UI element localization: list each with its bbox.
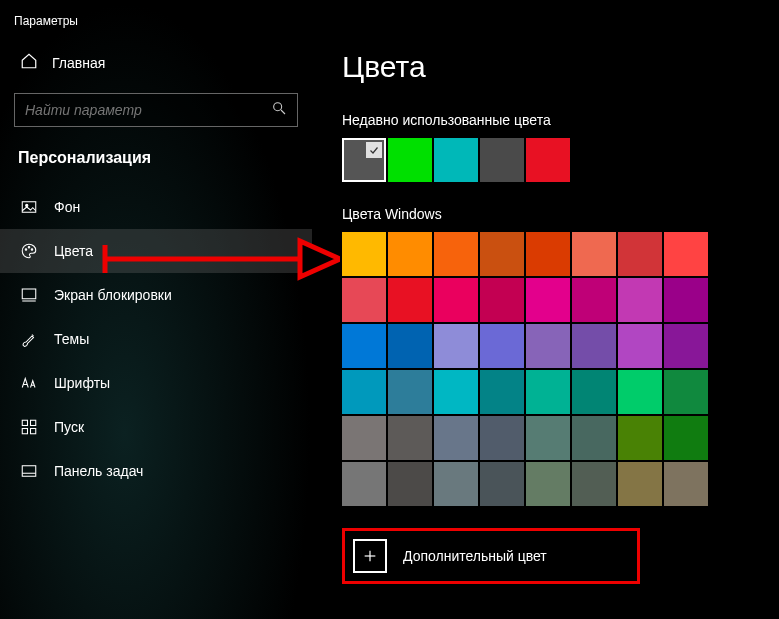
grid-icon xyxy=(20,418,38,436)
plus-icon xyxy=(353,539,387,573)
color-swatch[interactable] xyxy=(342,416,386,460)
color-swatch[interactable] xyxy=(480,416,524,460)
color-swatch[interactable] xyxy=(480,370,524,414)
color-swatch[interactable] xyxy=(664,462,708,506)
color-swatch[interactable] xyxy=(526,416,570,460)
color-swatch[interactable] xyxy=(572,278,616,322)
color-swatch[interactable] xyxy=(388,462,432,506)
color-swatch[interactable] xyxy=(572,416,616,460)
sidebar-item-fonts[interactable]: Шрифты xyxy=(0,361,312,405)
sidebar-item-label: Пуск xyxy=(54,419,84,435)
svg-point-5 xyxy=(28,247,30,249)
custom-color-label: Дополнительный цвет xyxy=(403,548,547,564)
fonts-icon xyxy=(20,374,38,392)
color-swatch[interactable] xyxy=(434,370,478,414)
color-swatch[interactable] xyxy=(342,324,386,368)
color-swatch[interactable] xyxy=(664,324,708,368)
recent-color-swatch[interactable] xyxy=(342,138,386,182)
color-swatch[interactable] xyxy=(526,324,570,368)
color-swatch[interactable] xyxy=(664,370,708,414)
color-swatch[interactable] xyxy=(618,416,662,460)
color-swatch[interactable] xyxy=(434,278,478,322)
recent-color-swatch[interactable] xyxy=(480,138,524,182)
search-input[interactable] xyxy=(25,102,271,118)
sidebar-item-taskbar[interactable]: Панель задач xyxy=(0,449,312,493)
color-swatch[interactable] xyxy=(526,370,570,414)
lockscreen-icon xyxy=(20,286,38,304)
svg-rect-12 xyxy=(31,429,36,434)
color-swatch[interactable] xyxy=(572,324,616,368)
taskbar-icon xyxy=(20,462,38,480)
section-title: Персонализация xyxy=(0,145,312,185)
color-swatch[interactable] xyxy=(572,462,616,506)
nav-home-label: Главная xyxy=(52,55,105,71)
sidebar-item-label: Темы xyxy=(54,331,89,347)
color-swatch[interactable] xyxy=(572,232,616,276)
svg-rect-11 xyxy=(22,429,27,434)
color-swatch[interactable] xyxy=(388,232,432,276)
recent-color-swatch[interactable] xyxy=(434,138,478,182)
color-swatch[interactable] xyxy=(388,370,432,414)
home-icon xyxy=(20,52,38,73)
color-swatch[interactable] xyxy=(526,462,570,506)
sidebar-item-background[interactable]: Фон xyxy=(0,185,312,229)
svg-rect-9 xyxy=(22,420,27,425)
color-swatch[interactable] xyxy=(618,324,662,368)
sidebar-item-lockscreen[interactable]: Экран блокировки xyxy=(0,273,312,317)
main-content: Цвета Недавно использованные цвета Цвета… xyxy=(312,0,779,619)
color-swatch[interactable] xyxy=(618,462,662,506)
sidebar-item-colors[interactable]: Цвета xyxy=(0,229,312,273)
color-swatch[interactable] xyxy=(434,324,478,368)
windows-colors-title: Цвета Windows xyxy=(342,206,779,222)
recent-color-swatch[interactable] xyxy=(388,138,432,182)
color-swatch[interactable] xyxy=(388,278,432,322)
page-title: Цвета xyxy=(342,50,779,84)
color-swatch[interactable] xyxy=(434,232,478,276)
check-icon xyxy=(366,142,382,158)
svg-rect-10 xyxy=(31,420,36,425)
color-swatch[interactable] xyxy=(664,416,708,460)
recent-color-swatch[interactable] xyxy=(526,138,570,182)
search-box[interactable] xyxy=(14,93,298,127)
palette-icon xyxy=(20,242,38,260)
nav-list: ФонЦветаЭкран блокировкиТемыШрифтыПускПа… xyxy=(0,185,312,493)
svg-line-1 xyxy=(281,110,285,114)
color-swatch[interactable] xyxy=(342,370,386,414)
color-swatch[interactable] xyxy=(526,278,570,322)
color-swatch[interactable] xyxy=(480,278,524,322)
sidebar: Параметры Главная Персонализация ФонЦвет… xyxy=(0,0,312,619)
svg-point-6 xyxy=(31,249,33,251)
color-swatch[interactable] xyxy=(618,370,662,414)
color-swatch[interactable] xyxy=(526,232,570,276)
sidebar-item-label: Шрифты xyxy=(54,375,110,391)
recent-colors-row xyxy=(342,138,779,182)
color-swatch[interactable] xyxy=(664,232,708,276)
color-swatch[interactable] xyxy=(434,416,478,460)
color-swatch[interactable] xyxy=(342,232,386,276)
color-swatch[interactable] xyxy=(480,462,524,506)
search-icon xyxy=(271,100,287,120)
color-swatch[interactable] xyxy=(480,324,524,368)
recent-colors-title: Недавно использованные цвета xyxy=(342,112,779,128)
sidebar-item-themes[interactable]: Темы xyxy=(0,317,312,361)
sidebar-item-label: Панель задач xyxy=(54,463,143,479)
svg-rect-2 xyxy=(22,202,36,213)
color-swatch[interactable] xyxy=(342,278,386,322)
color-swatch[interactable] xyxy=(618,278,662,322)
color-swatch[interactable] xyxy=(664,278,708,322)
svg-point-4 xyxy=(25,249,27,251)
svg-rect-13 xyxy=(22,466,36,477)
color-swatch[interactable] xyxy=(388,416,432,460)
nav-home[interactable]: Главная xyxy=(0,42,312,83)
color-swatch[interactable] xyxy=(434,462,478,506)
color-swatch[interactable] xyxy=(388,324,432,368)
brush-icon xyxy=(20,330,38,348)
sidebar-item-label: Фон xyxy=(54,199,80,215)
sidebar-item-start[interactable]: Пуск xyxy=(0,405,312,449)
color-swatch[interactable] xyxy=(572,370,616,414)
custom-color-button[interactable]: Дополнительный цвет xyxy=(342,528,640,584)
color-swatch[interactable] xyxy=(618,232,662,276)
window-title: Параметры xyxy=(0,8,312,42)
color-swatch[interactable] xyxy=(342,462,386,506)
color-swatch[interactable] xyxy=(480,232,524,276)
